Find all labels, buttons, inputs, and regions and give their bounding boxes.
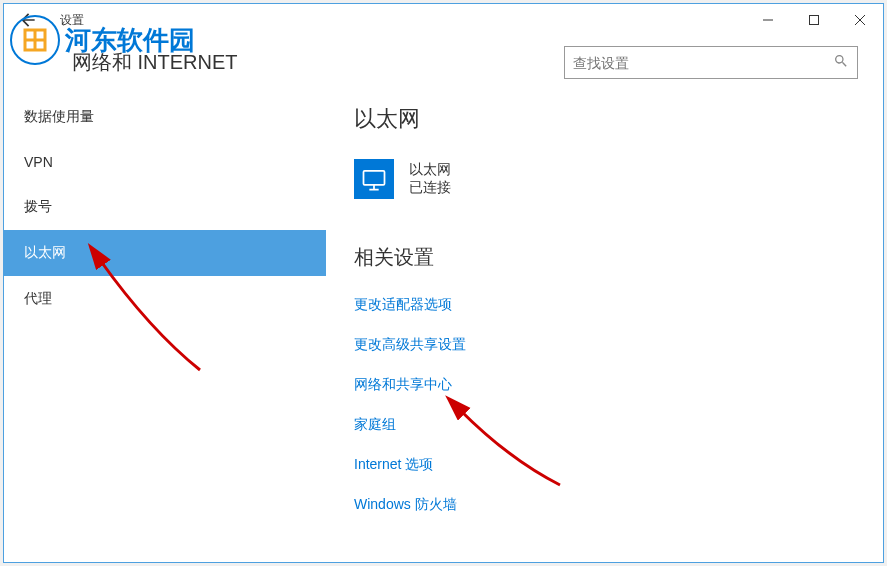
network-item[interactable]: 以太网 已连接 <box>354 159 883 199</box>
sidebar-item-data-usage[interactable]: 数据使用量 <box>4 94 326 140</box>
minimize-icon <box>763 15 773 25</box>
close-icon <box>855 15 865 25</box>
link-internet-options[interactable]: Internet 选项 <box>354 456 883 474</box>
network-status: 已连接 <box>409 179 451 197</box>
window-controls <box>745 4 883 36</box>
close-button[interactable] <box>837 4 883 36</box>
page-heading: 以太网 <box>354 104 883 134</box>
sidebar-item-vpn[interactable]: VPN <box>4 140 326 184</box>
link-network-center[interactable]: 网络和共享中心 <box>354 376 883 394</box>
search-icon <box>833 53 849 73</box>
svg-rect-1 <box>364 171 385 185</box>
maximize-button[interactable] <box>791 4 837 36</box>
network-text: 以太网 已连接 <box>409 161 451 197</box>
titlebar: 设置 <box>4 4 883 36</box>
link-firewall[interactable]: Windows 防火墙 <box>354 496 883 514</box>
minimize-button[interactable] <box>745 4 791 36</box>
sidebar-item-dialup[interactable]: 拨号 <box>4 184 326 230</box>
arrow-left-icon <box>18 10 38 30</box>
svg-rect-0 <box>810 16 819 25</box>
sidebar-item-proxy[interactable]: 代理 <box>4 276 326 322</box>
window-title: 设置 <box>60 12 84 29</box>
content-area: 以太网 以太网 已连接 相关设置 更改适配器选项 更改高级共享设置 网络和共享中… <box>326 94 883 557</box>
body: 数据使用量 VPN 拨号 以太网 代理 以太网 以太网 已连接 相关设置 更改适… <box>4 94 883 557</box>
maximize-icon <box>809 15 819 25</box>
link-sharing-settings[interactable]: 更改高级共享设置 <box>354 336 883 354</box>
link-adapter-options[interactable]: 更改适配器选项 <box>354 296 883 314</box>
sidebar-item-ethernet[interactable]: 以太网 <box>4 230 326 276</box>
link-homegroup[interactable]: 家庭组 <box>354 416 883 434</box>
related-heading: 相关设置 <box>354 244 883 271</box>
sidebar: 数据使用量 VPN 拨号 以太网 代理 <box>4 94 326 557</box>
header: 网络和 INTERNET <box>4 36 883 94</box>
settings-window: 设置 网络和 INTERNET 数据使用量 VPN 拨号 以太网 <box>3 3 884 563</box>
back-button[interactable] <box>4 4 52 36</box>
network-name: 以太网 <box>409 161 451 179</box>
ethernet-icon <box>354 159 394 199</box>
page-subtitle: 网络和 INTERNET <box>24 49 238 76</box>
search-input[interactable] <box>573 55 833 71</box>
search-box[interactable] <box>564 46 858 79</box>
